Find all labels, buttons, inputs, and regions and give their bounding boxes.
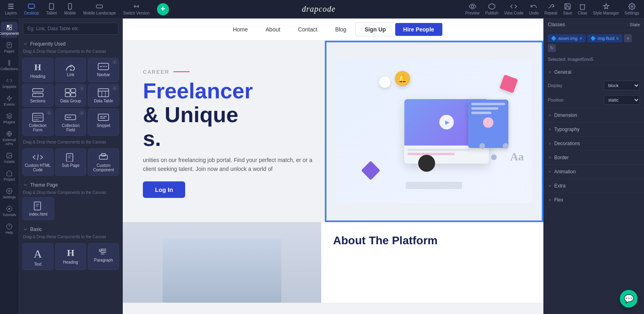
sidebar-item-plugins[interactable]: Plugins	[1, 110, 18, 127]
svg-rect-46	[33, 113, 43, 121]
display-select[interactable]: block inline flex grid none	[604, 81, 640, 90]
sidebar-item-help[interactable]: Help	[1, 221, 18, 237]
nav-contact[interactable]: Contact	[289, 23, 326, 36]
illus-cube-pink	[500, 75, 518, 93]
general-header[interactable]: General	[544, 65, 644, 79]
svg-point-29	[8, 208, 10, 210]
component-sections[interactable]: Sections	[22, 84, 54, 107]
sidebar-item-external-apis[interactable]: External APIs	[1, 128, 18, 148]
hero-cta-button[interactable]: Log In	[143, 181, 185, 198]
component-custom-html[interactable]: Custom HTML Code	[22, 148, 54, 176]
view-code-button[interactable]: View Code	[504, 3, 523, 15]
animation-header[interactable]: Animation	[544, 165, 644, 179]
sidebar-item-pages[interactable]: Pages	[1, 40, 18, 56]
component-heading-basic[interactable]: H Heading	[55, 243, 87, 270]
component-sub-page[interactable]: Sub Page	[55, 148, 87, 176]
theme-page-grid: index.html	[19, 197, 122, 223]
device-mobile-landscape[interactable]: Mobile Landscape	[83, 3, 116, 15]
svg-point-26	[8, 154, 9, 155]
nav-signup[interactable]: Sign Up	[355, 23, 395, 36]
typography-header[interactable]: Typography	[544, 123, 644, 136]
component-collection-form[interactable]: i Collection Form	[22, 108, 54, 136]
right-panel: Classes - State 🔷 asset-img ✕ 🔷 img-flui…	[543, 19, 644, 314]
canvas-area[interactable]: Home About Contact Blog Sign Up Hire Peo…	[123, 19, 543, 314]
device-switch-version[interactable]: Switch Version	[123, 3, 150, 15]
settings-button[interactable]: Settings	[625, 3, 639, 15]
nav-blog[interactable]: Blog	[326, 23, 355, 36]
component-index-html[interactable]: index.html	[22, 197, 54, 220]
hero-subtitle: unities on our freelancing job portal. F…	[143, 156, 313, 174]
publish-button[interactable]: Publish	[485, 3, 499, 15]
sidebar-item-events[interactable]: Events	[1, 93, 18, 109]
collection-form-icon	[32, 113, 43, 122]
component-text[interactable]: A Text	[22, 243, 54, 270]
component-collection-field[interactable]: i Collection Field	[55, 108, 87, 136]
sidebar-item-tutorials[interactable]: Tutorials	[1, 203, 18, 219]
top-bar-actions: Preview Publish View Code Undo Repeat Sa…	[465, 3, 639, 15]
dimension-header[interactable]: Dimension	[544, 108, 644, 122]
chat-bubble-button[interactable]: 💬	[620, 290, 638, 308]
sidebar-item-collections[interactable]: Collections	[1, 57, 18, 73]
clear-button[interactable]: Clear	[578, 3, 587, 15]
sidebar-item-settings[interactable]: Settings	[1, 185, 18, 202]
component-heading[interactable]: H Heading	[22, 58, 54, 82]
frequently-used-grid: H Heading Link i Navbar Section	[19, 56, 122, 139]
border-header[interactable]: Border	[544, 151, 644, 164]
decorations-header[interactable]: Decorations	[544, 137, 644, 150]
undo-button[interactable]: Undo	[529, 3, 539, 15]
position-select[interactable]: static relative absolute fixed sticky	[604, 95, 640, 105]
refresh-class-button[interactable]: ↻	[548, 44, 556, 52]
data-table-icon	[98, 88, 109, 97]
sidebar-item-project[interactable]: Project	[1, 168, 18, 184]
device-layers[interactable]: Layers	[5, 3, 17, 15]
illus-node3	[479, 143, 485, 149]
add-class-tag-button[interactable]: +	[624, 34, 632, 42]
search-bar	[19, 19, 122, 38]
app-logo: drapcode	[302, 4, 336, 14]
component-data-group[interactable]: i Data Group	[55, 84, 87, 107]
save-button[interactable]: Save	[563, 3, 572, 15]
theme-page-subtitle: Drag & Drop these Components to the Canv…	[19, 189, 122, 197]
typography-section: Typography	[544, 122, 644, 136]
sidebar-item-assets[interactable]: Assets	[1, 150, 18, 166]
flex-header[interactable]: Flex	[544, 193, 644, 207]
collection-field-icon	[65, 113, 76, 122]
svg-point-10	[471, 5, 474, 8]
data-group-icon	[65, 88, 76, 97]
search-input[interactable]	[23, 23, 118, 35]
nav-about[interactable]: About	[257, 23, 289, 36]
device-desktop[interactable]: Desktop	[24, 3, 39, 15]
nav-home[interactable]: Home	[224, 23, 256, 36]
classes-label: Classes	[548, 22, 565, 27]
component-link[interactable]: Link	[55, 58, 87, 82]
device-mobile[interactable]: Mobile	[64, 3, 76, 15]
device-tablet[interactable]: Tablet	[46, 3, 57, 15]
component-paragraph[interactable]: Paragraph	[88, 243, 119, 270]
remove-asset-img-tag[interactable]: ✕	[579, 36, 582, 41]
component-navbar[interactable]: i Navbar	[88, 58, 119, 82]
sidebar-item-snippets[interactable]: Snippets	[1, 75, 18, 91]
remove-img-fluid-tag[interactable]: ✕	[616, 36, 619, 41]
extra-header[interactable]: Extra	[544, 179, 644, 193]
frequently-used-header[interactable]: Frequently Used	[19, 38, 122, 48]
hero-right-image[interactable]: ⚙ ↑ ＋ ⊞ 🗑 👁 ✦	[325, 41, 543, 222]
sidebar-item-components[interactable]: Components	[1, 22, 18, 38]
theme-page-header[interactable]: Theme Page	[19, 179, 122, 189]
class-tag-asset-img[interactable]: 🔷 asset-img ✕	[548, 34, 586, 42]
add-component-button[interactable]: +	[157, 3, 169, 15]
illus-sphere-dark	[418, 155, 435, 172]
basic-header[interactable]: Basic	[19, 223, 122, 234]
component-snippet[interactable]: Snippet	[88, 108, 119, 136]
hero-section: CAREER Freelancer & Unique s. unities on…	[123, 41, 543, 222]
frequently-used-subtitle: Drag & Drop these Components to the Canv…	[19, 48, 122, 56]
state-button[interactable]: State	[630, 22, 640, 27]
nav-hire-people[interactable]: Hire People	[395, 23, 442, 36]
repeat-button[interactable]: Repeat	[544, 3, 557, 15]
right-panel-header: Classes - State	[544, 19, 644, 31]
class-tag-img-fluid[interactable]: 🔷 img-fluid ✕	[587, 34, 623, 42]
style-manager-button[interactable]: Style Manager	[593, 3, 619, 15]
class-tags: 🔷 asset-img ✕ 🔷 img-fluid ✕ + ↻	[544, 31, 644, 55]
component-data-table[interactable]: i Data Table	[88, 84, 119, 107]
component-custom-component[interactable]: Custom Component	[88, 148, 119, 176]
preview-button[interactable]: Preview	[465, 3, 480, 15]
